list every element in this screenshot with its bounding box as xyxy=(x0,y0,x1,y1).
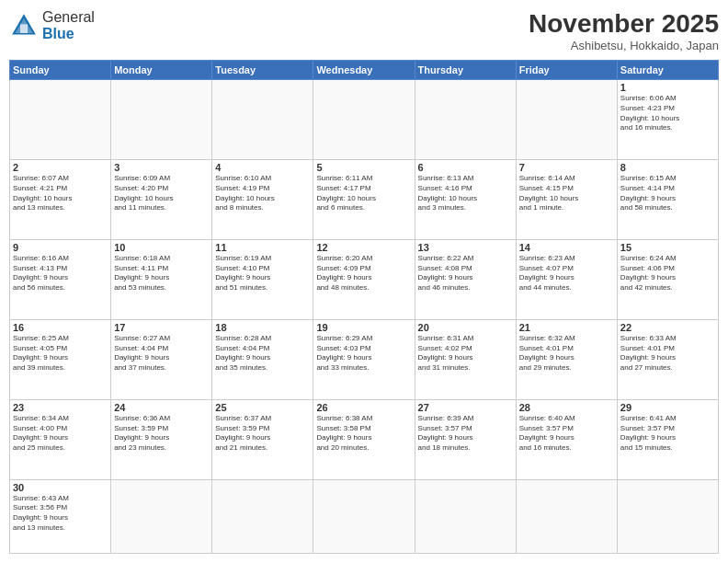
day-info: Sunrise: 6:13 AMSunset: 4:16 PMDaylight:… xyxy=(418,174,513,213)
day-cell: 1Sunrise: 6:06 AMSunset: 4:23 PMDaylight… xyxy=(617,80,718,160)
day-cell: 15Sunrise: 6:24 AMSunset: 4:06 PMDayligh… xyxy=(617,239,718,319)
day-info: Sunrise: 6:39 AMSunset: 3:57 PMDaylight:… xyxy=(418,414,513,454)
day-cell: 20Sunrise: 6:31 AMSunset: 4:02 PMDayligh… xyxy=(415,319,516,399)
day-cell: 27Sunrise: 6:39 AMSunset: 3:57 PMDayligh… xyxy=(415,399,516,479)
day-info: Sunrise: 6:40 AMSunset: 3:57 PMDaylight:… xyxy=(519,414,614,454)
day-info: Sunrise: 6:15 AMSunset: 4:14 PMDaylight:… xyxy=(620,174,715,213)
col-thursday: Thursday xyxy=(415,61,516,80)
week-row-4: 23Sunrise: 6:34 AMSunset: 4:00 PMDayligh… xyxy=(10,399,719,479)
day-number: 26 xyxy=(316,402,411,413)
day-info: Sunrise: 6:18 AMSunset: 4:11 PMDaylight:… xyxy=(114,254,209,293)
day-number: 2 xyxy=(13,162,108,173)
day-cell xyxy=(111,80,212,160)
day-info: Sunrise: 6:14 AMSunset: 4:15 PMDaylight:… xyxy=(519,174,614,213)
day-number: 9 xyxy=(13,242,108,253)
day-cell: 24Sunrise: 6:36 AMSunset: 3:59 PMDayligh… xyxy=(111,399,212,479)
day-cell: 30Sunrise: 6:43 AMSunset: 3:56 PMDayligh… xyxy=(10,479,111,553)
day-cell: 10Sunrise: 6:18 AMSunset: 4:11 PMDayligh… xyxy=(111,239,212,319)
col-tuesday: Tuesday xyxy=(212,61,313,80)
day-cell: 8Sunrise: 6:15 AMSunset: 4:14 PMDaylight… xyxy=(617,159,718,239)
day-number: 10 xyxy=(114,242,209,253)
day-cell: 29Sunrise: 6:41 AMSunset: 3:57 PMDayligh… xyxy=(617,399,718,479)
day-info: Sunrise: 6:28 AMSunset: 4:04 PMDaylight:… xyxy=(215,334,310,373)
logo-blue: Blue xyxy=(42,26,74,41)
day-info: Sunrise: 6:36 AMSunset: 3:59 PMDaylight:… xyxy=(114,414,209,454)
day-cell: 14Sunrise: 6:23 AMSunset: 4:07 PMDayligh… xyxy=(516,239,617,319)
day-cell: 6Sunrise: 6:13 AMSunset: 4:16 PMDaylight… xyxy=(415,159,516,239)
day-info: Sunrise: 6:07 AMSunset: 4:21 PMDaylight:… xyxy=(13,174,108,213)
day-info: Sunrise: 6:09 AMSunset: 4:20 PMDaylight:… xyxy=(114,174,209,213)
day-number: 25 xyxy=(215,402,310,413)
header-row: Sunday Monday Tuesday Wednesday Thursday… xyxy=(10,61,719,80)
day-number: 3 xyxy=(114,162,209,173)
day-info: Sunrise: 6:06 AMSunset: 4:23 PMDaylight:… xyxy=(620,94,715,133)
day-info: Sunrise: 6:32 AMSunset: 4:01 PMDaylight:… xyxy=(519,334,614,373)
day-number: 28 xyxy=(519,402,614,413)
day-number: 18 xyxy=(215,322,310,333)
day-cell xyxy=(212,479,313,553)
header: General Blue November 2025 Ashibetsu, Ho… xyxy=(9,9,719,52)
day-cell: 11Sunrise: 6:19 AMSunset: 4:10 PMDayligh… xyxy=(212,239,313,319)
day-cell xyxy=(617,479,718,553)
day-info: Sunrise: 6:31 AMSunset: 4:02 PMDaylight:… xyxy=(418,334,513,373)
day-number: 13 xyxy=(418,242,513,253)
day-cell: 16Sunrise: 6:25 AMSunset: 4:05 PMDayligh… xyxy=(10,319,111,399)
day-cell: 9Sunrise: 6:16 AMSunset: 4:13 PMDaylight… xyxy=(10,239,111,319)
day-info: Sunrise: 6:37 AMSunset: 3:59 PMDaylight:… xyxy=(215,414,310,454)
page: General Blue November 2025 Ashibetsu, Ho… xyxy=(0,0,728,563)
col-saturday: Saturday xyxy=(617,61,718,80)
day-cell: 5Sunrise: 6:11 AMSunset: 4:17 PMDaylight… xyxy=(313,159,415,239)
day-cell xyxy=(111,479,212,553)
day-cell: 12Sunrise: 6:20 AMSunset: 4:09 PMDayligh… xyxy=(313,239,415,319)
day-info: Sunrise: 6:20 AMSunset: 4:09 PMDaylight:… xyxy=(316,254,411,293)
day-number: 1 xyxy=(620,82,715,93)
day-number: 21 xyxy=(519,322,614,333)
day-number: 19 xyxy=(316,322,411,333)
day-number: 29 xyxy=(620,402,715,413)
week-row-3: 16Sunrise: 6:25 AMSunset: 4:05 PMDayligh… xyxy=(10,319,719,399)
day-cell xyxy=(212,80,313,160)
day-cell xyxy=(415,80,516,160)
day-number: 11 xyxy=(215,242,310,253)
day-number: 20 xyxy=(418,322,513,333)
col-wednesday: Wednesday xyxy=(313,61,415,80)
day-number: 5 xyxy=(316,162,411,173)
logo-icon xyxy=(9,11,39,40)
day-cell: 21Sunrise: 6:32 AMSunset: 4:01 PMDayligh… xyxy=(516,319,617,399)
week-row-2: 9Sunrise: 6:16 AMSunset: 4:13 PMDaylight… xyxy=(10,239,719,319)
day-cell xyxy=(313,80,415,160)
day-cell xyxy=(313,479,415,553)
day-cell xyxy=(516,479,617,553)
month-title: November 2025 xyxy=(529,9,719,39)
day-cell: 2Sunrise: 6:07 AMSunset: 4:21 PMDaylight… xyxy=(10,159,111,239)
day-number: 4 xyxy=(215,162,310,173)
logo: General Blue xyxy=(9,9,95,41)
day-info: Sunrise: 6:33 AMSunset: 4:01 PMDaylight:… xyxy=(620,334,715,373)
day-cell: 18Sunrise: 6:28 AMSunset: 4:04 PMDayligh… xyxy=(212,319,313,399)
logo-text: General Blue xyxy=(42,9,95,41)
day-cell: 19Sunrise: 6:29 AMSunset: 4:03 PMDayligh… xyxy=(313,319,415,399)
day-cell: 3Sunrise: 6:09 AMSunset: 4:20 PMDaylight… xyxy=(111,159,212,239)
day-cell: 23Sunrise: 6:34 AMSunset: 4:00 PMDayligh… xyxy=(10,399,111,479)
col-monday: Monday xyxy=(111,61,212,80)
day-number: 8 xyxy=(620,162,715,173)
day-number: 16 xyxy=(13,322,108,333)
day-info: Sunrise: 6:27 AMSunset: 4:04 PMDaylight:… xyxy=(114,334,209,373)
day-cell: 25Sunrise: 6:37 AMSunset: 3:59 PMDayligh… xyxy=(212,399,313,479)
day-cell: 17Sunrise: 6:27 AMSunset: 4:04 PMDayligh… xyxy=(111,319,212,399)
col-friday: Friday xyxy=(516,61,617,80)
svg-rect-2 xyxy=(20,24,28,33)
day-info: Sunrise: 6:25 AMSunset: 4:05 PMDaylight:… xyxy=(13,334,108,373)
day-cell: 22Sunrise: 6:33 AMSunset: 4:01 PMDayligh… xyxy=(617,319,718,399)
day-info: Sunrise: 6:22 AMSunset: 4:08 PMDaylight:… xyxy=(418,254,513,293)
day-number: 22 xyxy=(620,322,715,333)
day-cell: 4Sunrise: 6:10 AMSunset: 4:19 PMDaylight… xyxy=(212,159,313,239)
week-row-0: 1Sunrise: 6:06 AMSunset: 4:23 PMDaylight… xyxy=(10,80,719,160)
day-number: 7 xyxy=(519,162,614,173)
week-row-1: 2Sunrise: 6:07 AMSunset: 4:21 PMDaylight… xyxy=(10,159,719,239)
day-info: Sunrise: 6:19 AMSunset: 4:10 PMDaylight:… xyxy=(215,254,310,293)
day-cell xyxy=(10,80,111,160)
title-block: November 2025 Ashibetsu, Hokkaido, Japan xyxy=(529,9,719,52)
day-info: Sunrise: 6:34 AMSunset: 4:00 PMDaylight:… xyxy=(13,414,108,454)
day-info: Sunrise: 6:24 AMSunset: 4:06 PMDaylight:… xyxy=(620,254,715,293)
